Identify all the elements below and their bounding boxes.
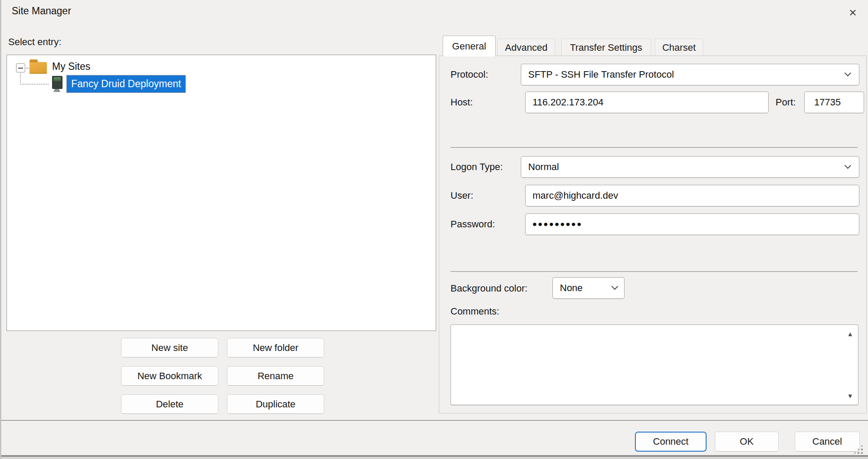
site-tree[interactable]: My Sites Fancy Druid Deployment bbox=[7, 55, 436, 331]
tab-charset[interactable]: Charset bbox=[655, 39, 703, 56]
tree-connector bbox=[20, 73, 21, 85]
ok-button[interactable]: OK bbox=[715, 432, 779, 452]
tree-item-selected-site[interactable]: Fancy Druid Deployment bbox=[67, 75, 185, 92]
new-site-button[interactable]: New site bbox=[121, 338, 218, 357]
tab-transfer-settings[interactable]: Transfer Settings bbox=[561, 39, 651, 56]
close-icon[interactable]: × bbox=[843, 3, 862, 22]
rename-button[interactable]: Rename bbox=[227, 366, 324, 386]
tab-advanced[interactable]: Advanced bbox=[497, 39, 555, 56]
cancel-button[interactable]: Cancel bbox=[795, 432, 860, 452]
connect-button[interactable]: Connect bbox=[635, 432, 707, 452]
delete-button[interactable]: Delete bbox=[121, 394, 218, 414]
folder-icon bbox=[30, 62, 47, 74]
site-manager-dialog: Site Manager × Select entry: My Sites Fa… bbox=[0, 0, 868, 459]
tree-item-my-sites[interactable]: My Sites bbox=[52, 61, 90, 72]
window-bottom-border bbox=[1, 457, 868, 459]
server-icon bbox=[52, 76, 62, 89]
footer-divider bbox=[1, 420, 868, 421]
duplicate-button[interactable]: Duplicate bbox=[227, 394, 324, 414]
new-folder-button[interactable]: New folder bbox=[227, 338, 324, 357]
tab-general[interactable]: General bbox=[443, 36, 496, 56]
new-bookmark-button[interactable]: New Bookmark bbox=[121, 366, 218, 386]
dialog-title: Site Manager bbox=[12, 5, 71, 17]
select-entry-label: Select entry: bbox=[8, 36, 61, 48]
resize-grip[interactable] bbox=[861, 452, 863, 454]
tree-collapse-icon[interactable] bbox=[16, 63, 25, 72]
general-tab-panel bbox=[439, 56, 867, 413]
tree-connector bbox=[20, 84, 49, 85]
